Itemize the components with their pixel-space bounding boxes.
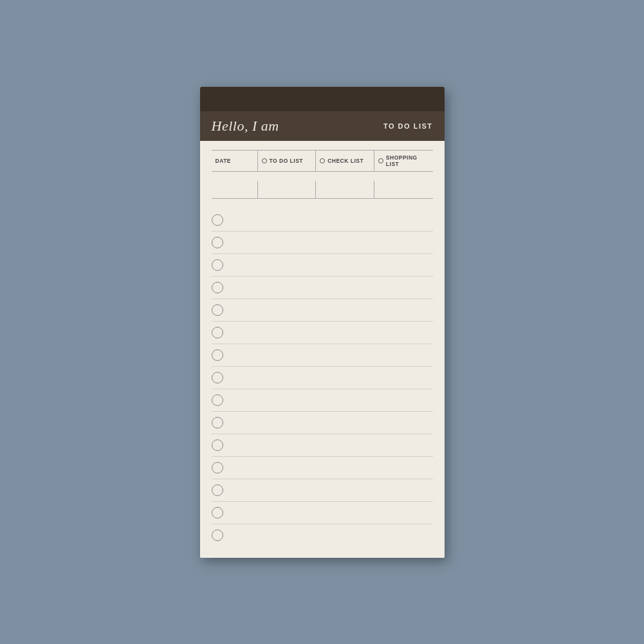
- checkbox-circle-icon[interactable]: [212, 484, 223, 496]
- item-text-line: [230, 377, 433, 378]
- date-value-row: [212, 181, 433, 199]
- list-item[interactable]: [212, 502, 433, 524]
- todo-circle-icon: [262, 158, 267, 163]
- checkbox-circle-icon[interactable]: [212, 439, 223, 451]
- checkbox-circle-icon[interactable]: [212, 237, 223, 248]
- notepad: Hello, I am TO DO LIST DATE TO DO LIST C…: [200, 87, 445, 558]
- list-item[interactable]: [212, 322, 433, 344]
- item-text-line: [230, 490, 433, 490]
- item-text-line: [230, 354, 433, 355]
- list-item[interactable]: [212, 209, 433, 232]
- item-text-line: [230, 219, 433, 220]
- list-item[interactable]: [212, 457, 433, 479]
- checkbox-circle-icon[interactable]: [212, 462, 223, 474]
- notepad-dark-bar: [200, 87, 445, 111]
- item-text-line: [230, 309, 433, 310]
- item-text-line: [230, 512, 433, 513]
- list-item[interactable]: [212, 277, 433, 299]
- checkbox-circle-icon[interactable]: [212, 394, 223, 406]
- date-value-cell-1: [212, 181, 258, 198]
- checkbox-circle-icon[interactable]: [212, 327, 223, 338]
- checkbox-circle-icon[interactable]: [212, 529, 223, 541]
- notepad-main-title: Hello, I am: [212, 118, 279, 134]
- notepad-title-bar: Hello, I am TO DO LIST: [200, 111, 445, 141]
- list-item[interactable]: [212, 389, 433, 412]
- shopping-label: SHOPPING LIST: [386, 154, 429, 167]
- checkbox-circle-icon[interactable]: [212, 214, 223, 226]
- check-circle-icon: [320, 158, 325, 163]
- list-item[interactable]: [212, 367, 433, 389]
- checkbox-circle-icon[interactable]: [212, 304, 223, 316]
- list-item[interactable]: [212, 344, 433, 367]
- item-text-line: [230, 422, 433, 423]
- check-header-cell: CHECK LIST: [316, 151, 374, 171]
- checkbox-circle-icon[interactable]: [212, 259, 223, 271]
- item-text-line: [230, 332, 433, 333]
- list-item[interactable]: [212, 299, 433, 322]
- item-text-line: [230, 400, 433, 400]
- notepad-body: DATE TO DO LIST CHECK LIST SHOPPING LIST: [200, 141, 445, 558]
- checkbox-circle-icon[interactable]: [212, 372, 223, 383]
- date-value-cell-2: [258, 181, 317, 198]
- item-text-line: [230, 242, 433, 243]
- list-item[interactable]: [212, 434, 433, 457]
- date-value-cell-4: [374, 181, 433, 198]
- item-text-line: [230, 535, 433, 535]
- item-text-line: [230, 287, 433, 288]
- check-label: CHECK LIST: [327, 158, 363, 164]
- checkbox-circle-icon[interactable]: [212, 507, 223, 519]
- date-header-cell: DATE: [212, 151, 258, 171]
- shopping-circle-icon: [378, 158, 383, 163]
- checklist-items: [212, 209, 433, 546]
- notepad-subtitle: TO DO LIST: [383, 122, 433, 130]
- todo-label: TO DO LIST: [270, 158, 304, 164]
- list-item[interactable]: [212, 254, 433, 277]
- todo-header-cell: TO DO LIST: [258, 151, 317, 171]
- list-item[interactable]: [212, 232, 433, 254]
- checkbox-circle-icon[interactable]: [212, 349, 223, 361]
- checkbox-circle-icon[interactable]: [212, 282, 223, 293]
- list-item[interactable]: [212, 412, 433, 434]
- date-value-cell-3: [316, 181, 374, 198]
- item-text-line: [230, 264, 433, 265]
- list-item[interactable]: [212, 479, 433, 502]
- shopping-header-cell: SHOPPING LIST: [374, 151, 433, 171]
- list-item[interactable]: [212, 524, 433, 546]
- item-text-line: [230, 445, 433, 445]
- date-label: DATE: [216, 158, 232, 164]
- checkbox-circle-icon[interactable]: [212, 417, 223, 428]
- category-header-row: DATE TO DO LIST CHECK LIST SHOPPING LIST: [212, 150, 433, 172]
- item-text-line: [230, 467, 433, 468]
